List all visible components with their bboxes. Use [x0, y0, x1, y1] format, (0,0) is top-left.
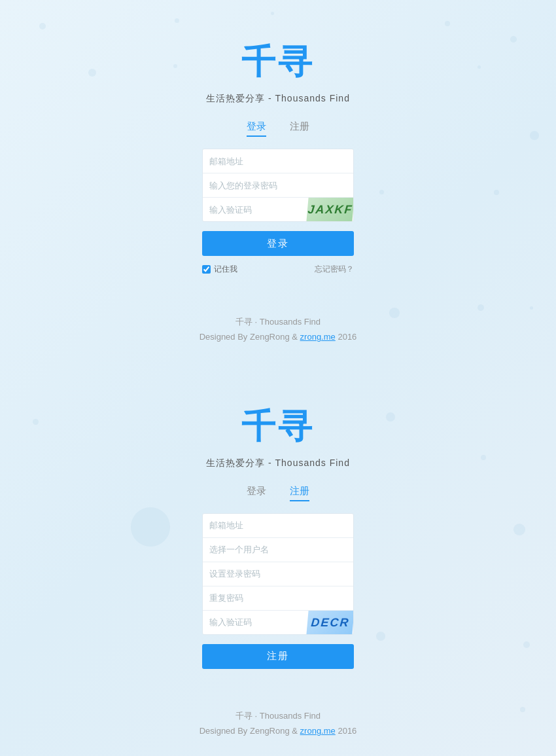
password-input[interactable] — [203, 173, 353, 197]
reg-footer-brand-line2: Designed By ZengRong & zrong.me 2016 — [200, 723, 357, 738]
reg-captcha-input[interactable] — [203, 611, 307, 634]
reg-footer-credit: Designed By ZengRong & — [200, 726, 298, 736]
reg-email-input[interactable] — [203, 514, 353, 537]
reg-confirm-input[interactable] — [203, 586, 353, 610]
password-field-container — [203, 173, 353, 198]
forgot-password-link[interactable]: 忘记密码？ — [315, 264, 354, 275]
footer-link[interactable]: zrong.me — [300, 332, 336, 342]
reg-captcha-text: DECR — [311, 615, 351, 629]
footer-year: 2016 — [338, 332, 356, 342]
register-section: 千寻 生活热爱分享 - Thousands Find 登录 注册 DECR — [0, 378, 556, 756]
footer-brand-line2: Designed By ZengRong & zrong.me 2016 — [200, 329, 357, 344]
login-tabs: 登录 注册 — [247, 120, 309, 137]
register-button[interactable]: 注册 — [202, 644, 354, 669]
login-footer-brand: 千寻 · Thousands Find Designed By ZengRong… — [200, 314, 357, 345]
captcha-field-container: JAXKF — [203, 198, 353, 221]
register-footer-brand: 千寻 · Thousands Find Designed By ZengRong… — [200, 708, 357, 739]
captcha-text: JAXKF — [307, 203, 354, 217]
email-field-container — [203, 149, 353, 173]
remember-me-label[interactable]: 记住我 — [202, 264, 237, 275]
reg-username-field-container — [203, 538, 353, 562]
reg-footer-brand-line1: 千寻 · Thousands Find — [200, 708, 357, 723]
page-wrapper: 千寻 生活热爱分享 - Thousands Find 登录 注册 JAXKF 登… — [0, 0, 556, 756]
app-subtitle-register: 生活热爱分享 - Thousands Find — [206, 458, 350, 469]
app-subtitle-login: 生活热爱分享 - Thousands Find — [206, 93, 350, 105]
reg-email-field-container — [203, 514, 353, 538]
remember-me-text: 记住我 — [214, 264, 237, 275]
app-logo-login: 千寻 — [241, 39, 315, 85]
login-form-card: JAXKF — [202, 149, 354, 222]
email-input[interactable] — [203, 149, 353, 173]
tab-login[interactable]: 登录 — [247, 120, 266, 137]
reg-confirm-field-container — [203, 586, 353, 611]
login-footer: 记住我 忘记密码？ — [202, 264, 354, 275]
tab-login-link[interactable]: 登录 — [247, 485, 266, 501]
tab-register-active[interactable]: 注册 — [290, 485, 309, 501]
reg-captcha-field-container: DECR — [203, 611, 353, 634]
reg-captcha-image[interactable]: DECR — [306, 611, 354, 634]
register-tabs: 登录 注册 — [247, 485, 309, 501]
login-button[interactable]: 登录 — [202, 231, 354, 256]
app-logo-register: 千寻 — [241, 404, 315, 450]
remember-me-checkbox[interactable] — [202, 265, 211, 274]
tab-register-link[interactable]: 注册 — [290, 120, 309, 137]
captcha-image[interactable]: JAXKF — [306, 198, 354, 221]
login-section: 千寻 生活热爱分享 - Thousands Find 登录 注册 JAXKF 登… — [0, 0, 556, 378]
footer-credit: Designed By ZengRong & — [200, 332, 298, 342]
register-form-card: DECR — [202, 513, 354, 635]
captcha-input[interactable] — [203, 198, 307, 221]
reg-password-input[interactable] — [203, 562, 353, 586]
reg-footer-year: 2016 — [338, 726, 356, 736]
reg-username-input[interactable] — [203, 538, 353, 562]
footer-brand-line1: 千寻 · Thousands Find — [200, 314, 357, 329]
reg-password-field-container — [203, 562, 353, 586]
reg-footer-link[interactable]: zrong.me — [300, 726, 336, 736]
